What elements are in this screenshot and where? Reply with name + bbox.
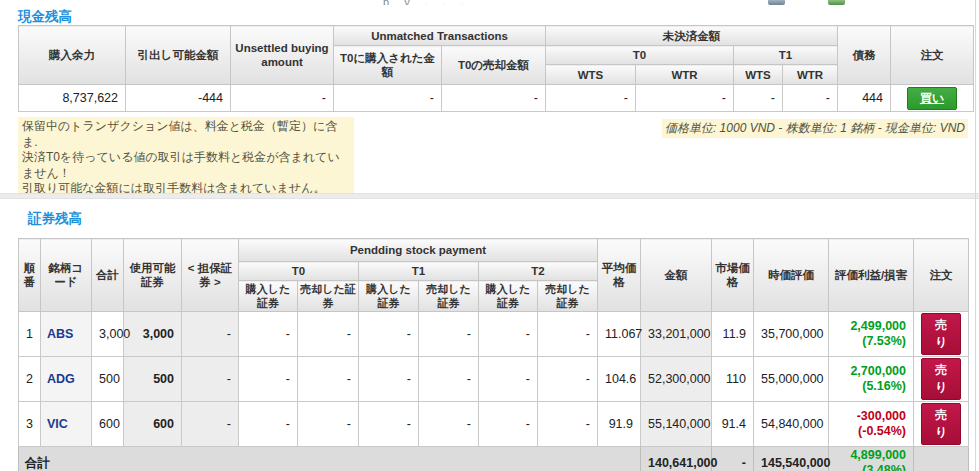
t1-sold-value: - <box>419 357 479 402</box>
col-header-t0-wtr: WTR <box>636 65 734 85</box>
col-header-available: 使用可能証券 <box>124 239 182 312</box>
row-no: 1 <box>19 312 41 357</box>
market-price-value: 91.4 <box>712 402 754 447</box>
t2-sold-value: - <box>538 357 598 402</box>
col-header-unsettled-buying: Unsettled buying amount <box>231 26 334 85</box>
t1-bought-value: - <box>359 357 419 402</box>
col-header-order: 注文 <box>891 26 974 85</box>
stock-code-link[interactable]: ADG <box>41 357 92 402</box>
unsettled-buying-value: - <box>231 85 334 112</box>
col-header-debt: 債務 <box>838 26 891 85</box>
total-order-cell <box>914 447 969 471</box>
col-header-profit-loss: 評価利益/損害 <box>829 239 914 312</box>
buy-button[interactable]: 買い <box>907 87 957 110</box>
order-cell: 売り <box>914 402 969 447</box>
available-value: 3,000 <box>124 312 182 357</box>
col-header-t0-sold: T0の売却金額 <box>442 46 546 85</box>
t0-sold-value: - <box>442 85 546 112</box>
total-market-value: 145,540,000 <box>754 447 829 471</box>
t0-wtr-value: - <box>636 85 734 112</box>
col-header-t0: T0 <box>546 46 734 65</box>
col-header-t1-wts: WTS <box>734 65 783 85</box>
t1-wtr-value: - <box>783 85 838 112</box>
order-cell: 売り <box>914 312 969 357</box>
amount-value: 52,300,000 <box>641 357 712 402</box>
t1-sold-value: - <box>419 312 479 357</box>
avg-price-value: 104.6 <box>598 357 641 402</box>
cash-notes-box: 保留中のトランザクション値は、料金と税金（暫定）に含ま. 決済T0を待っている値… <box>18 117 354 199</box>
col-header-pending-stock-payment: Pendding stock payment <box>239 239 598 262</box>
t0-wts-value: - <box>546 85 636 112</box>
cash-balance-title: 現金残高 <box>18 8 72 26</box>
excel-export-icon[interactable] <box>828 0 845 5</box>
sell-button[interactable]: 売り <box>921 313 961 355</box>
securities-balance-title: 証券残高 <box>28 210 82 228</box>
printer-icon[interactable] <box>768 0 785 5</box>
order-cell: 買い <box>891 85 974 112</box>
avg-price-value: 11.067 <box>598 312 641 357</box>
col-header-t2-sold: 売却した証券 <box>538 281 598 312</box>
collateral-value: - <box>182 357 239 402</box>
cash-balance-row: 8,737,622 -444 - - - - - - - 444 買い <box>19 85 974 112</box>
col-header-t1-wtr: WTR <box>783 65 838 85</box>
t0-bought-value: - <box>239 402 298 447</box>
withdrawable-value: -444 <box>126 85 231 112</box>
col-header-t1-bought: 購入した証券 <box>359 281 419 312</box>
col-header-t0-wts: WTS <box>546 65 636 85</box>
securities-balance-table: 順番 銘柄コード 合計 使用可能証券 < 担保証券 > Pendding sto… <box>18 238 969 471</box>
profit-loss-value: 2,499,000 (7.53%) <box>829 312 914 357</box>
t2-bought-value: - <box>479 312 538 357</box>
col-header-t0-bought: 購入した証券 <box>239 281 298 312</box>
col-header-withdrawable: 引出し可能金額 <box>126 26 231 85</box>
collateral-value: - <box>182 402 239 447</box>
market-value-value: 35,700,000 <box>754 312 829 357</box>
total-value: 3,000 <box>92 312 124 357</box>
sell-button[interactable]: 売り <box>921 358 961 400</box>
total-value: 500 <box>92 357 124 402</box>
col-header-t0: T0 <box>239 262 359 281</box>
units-note: 価格単位: 1000 VND - 株数単位: 1 銘柄 - 現金単位: VND <box>662 119 968 138</box>
clipped-header-text: p y , , , <box>383 0 603 5</box>
table-row: 1 ABS 3,000 3,000 - - - - - - - 11.067 3… <box>19 312 969 357</box>
col-header-unmatched-transactions: Unmatched Transactions <box>334 26 546 46</box>
t1-wts-value: - <box>734 85 783 112</box>
col-header-t0-sold: 売却した証券 <box>298 281 359 312</box>
row-no: 3 <box>19 402 41 447</box>
t0-sold-value: - <box>298 402 359 447</box>
t1-bought-value: - <box>359 312 419 357</box>
order-cell: 売り <box>914 357 969 402</box>
profit-loss-value: 2,700,000 (5.16%) <box>829 357 914 402</box>
t1-sold-value: - <box>419 402 479 447</box>
col-header-avg-price: 平均価格 <box>598 239 641 312</box>
profit-loss-value: -300,000 (-0.54%) <box>829 402 914 447</box>
t0-bought-value: - <box>239 312 298 357</box>
t2-bought-value: - <box>479 357 538 402</box>
total-amount: 140,641,000 <box>641 447 712 471</box>
total-profit-loss: 4,899,000 (3.48%) <box>829 447 914 471</box>
col-header-collateral: < 担保証券 > <box>182 239 239 312</box>
buying-power-value: 8,737,622 <box>19 85 126 112</box>
col-header-market-price: 市場価格 <box>712 239 754 312</box>
market-value-value: 54,840,000 <box>754 402 829 447</box>
t0-sold-value: - <box>298 357 359 402</box>
section-divider <box>0 193 979 199</box>
market-price-value: 11.9 <box>712 312 754 357</box>
total-value: 600 <box>92 402 124 447</box>
stock-code-link[interactable]: VIC <box>41 402 92 447</box>
col-header-no: 順番 <box>19 239 41 312</box>
note-line-1: 保留中のトランザクション値は、料金と税金（暫定）に含ま. <box>22 119 350 150</box>
sell-button[interactable]: 売り <box>921 403 961 445</box>
market-price-value: 110 <box>712 357 754 402</box>
col-header-t1: T1 <box>359 262 479 281</box>
page-right-border <box>975 0 976 471</box>
available-value: 600 <box>124 402 182 447</box>
stock-code-link[interactable]: ABS <box>41 312 92 357</box>
col-header-stock-code: 銘柄コード <box>41 239 92 312</box>
cash-balance-table: 購入余力 引出し可能金額 Unsettled buying amount Unm… <box>18 25 974 112</box>
row-no: 2 <box>19 357 41 402</box>
total-label: 合計 <box>19 447 641 471</box>
t2-bought-value: - <box>479 402 538 447</box>
total-row: 合計 140,641,000 - 145,540,000 4,899,000 (… <box>19 447 969 471</box>
t0-sold-value: - <box>298 312 359 357</box>
col-header-t1-sold: 売却した証券 <box>419 281 479 312</box>
